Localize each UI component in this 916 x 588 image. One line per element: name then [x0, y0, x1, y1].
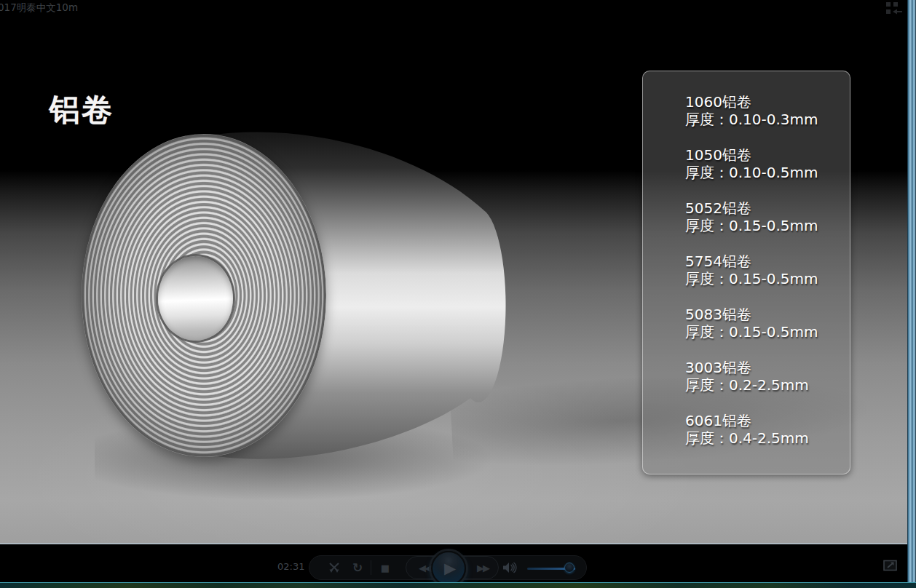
coil-name: 1050铝卷 [685, 146, 842, 164]
coil-thickness: 厚度：0.15-0.5mm [685, 270, 842, 287]
time-display: 02:31 [277, 561, 304, 572]
aluminum-coil-core-hole [158, 256, 233, 341]
spec-item: 1060铝卷 厚度：0.10-0.3mm [685, 93, 842, 128]
coil-name: 5083铝卷 [685, 306, 842, 323]
play-icon: ▶ [444, 560, 456, 577]
coil-name: 5052铝卷 [685, 199, 842, 217]
spec-item: 5052铝卷 厚度：0.15-0.5mm [685, 199, 842, 234]
player-window: 017明泰中文10m 铝卷 [0, 0, 916, 588]
coil-name: 1060铝卷 [685, 93, 842, 111]
shuffle-button[interactable] [325, 556, 343, 579]
dock-panels-icon[interactable] [885, 1, 903, 15]
title-bar: 017明泰中文10m [0, 0, 907, 18]
mute-button[interactable] [500, 556, 519, 579]
shuffle-icon [328, 563, 341, 573]
spec-item: 5754铝卷 厚度：0.15-0.5mm [685, 253, 842, 287]
coil-thickness: 厚度：0.10-0.3mm [685, 111, 842, 128]
coil-name: 6061铝卷 [685, 412, 842, 429]
rewind-icon: ◀◀ [419, 563, 430, 573]
spec-item: 5083铝卷 厚度：0.15-0.5mm [685, 306, 842, 341]
play-button[interactable]: ▶ [431, 551, 466, 586]
stop-icon: ■ [381, 563, 390, 573]
control-divider [371, 560, 371, 575]
bottom-edge-strip [0, 582, 916, 588]
loop-button[interactable]: ↻ [349, 556, 366, 579]
stop-button[interactable]: ■ [376, 556, 394, 579]
coil-thickness: 厚度：0.15-0.5mm [685, 217, 842, 234]
spec-item: 6061铝卷 厚度：0.4-2.5mm [685, 412, 842, 447]
spec-item: 1050铝卷 厚度：0.10-0.5mm [685, 146, 842, 181]
coil-thickness: 厚度：0.2-2.5mm [685, 376, 842, 394]
scrollbar[interactable] [907, 0, 916, 583]
window-title: 017明泰中文10m [0, 1, 78, 15]
coil-thickness: 厚度：0.10-0.5mm [685, 164, 842, 181]
fast-forward-button[interactable]: ▶▶ [468, 556, 497, 579]
coil-thickness: 厚度：0.15-0.5mm [685, 323, 842, 341]
coil-name: 3003铝卷 [685, 359, 842, 376]
fast-forward-icon: ▶▶ [477, 563, 489, 573]
control-bar: 02:31 ↻ ■ ◀◀ ▶▶ [0, 546, 907, 582]
coil-name: 5754铝卷 [685, 253, 842, 270]
loop-icon: ↻ [352, 560, 363, 575]
video-canvas[interactable]: 铝卷 [0, 18, 907, 544]
spec-item: 3003铝卷 厚度：0.2-2.5mm [685, 359, 842, 394]
transport-pill: ↻ ■ ◀◀ ▶▶ ▶ [309, 555, 587, 580]
volume-knob[interactable] [564, 563, 575, 573]
speaker-icon [502, 562, 517, 573]
popout-icon[interactable] [883, 560, 898, 571]
coil-thickness: 厚度：0.4-2.5mm [685, 429, 842, 447]
spec-panel: 1060铝卷 厚度：0.10-0.3mm 1050铝卷 厚度：0.10-0.5m… [642, 71, 850, 474]
